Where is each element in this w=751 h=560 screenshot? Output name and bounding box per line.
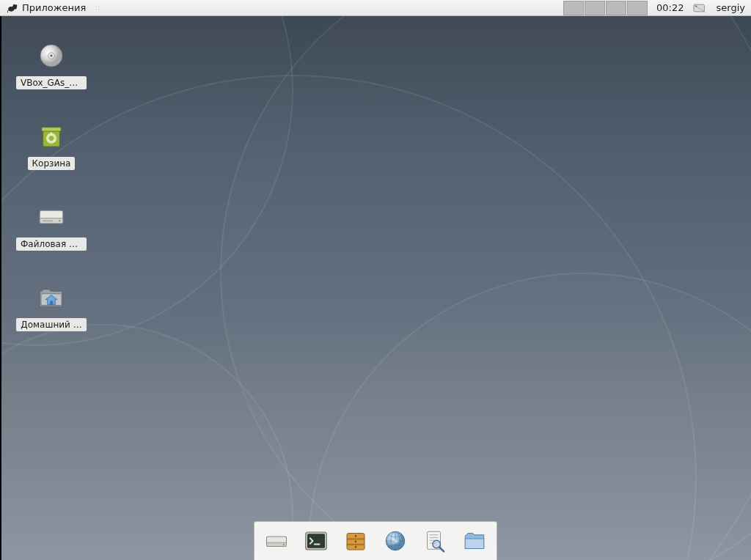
- desktop-icon-home[interactable]: Домашний …: [15, 280, 88, 331]
- desktop-icon-cdrom[interactable]: VBox_GAs_6…: [15, 38, 88, 89]
- folder-icon: [461, 528, 488, 554]
- svg-rect-16: [50, 301, 53, 304]
- dock-home-folder[interactable]: [460, 526, 489, 556]
- cdrom-icon: [34, 38, 69, 73]
- applications-menu-label: Приложения: [22, 2, 86, 13]
- svg-point-28: [355, 546, 356, 548]
- dock-show-desktop[interactable]: [262, 526, 291, 556]
- show-desktop-icon: [263, 528, 290, 554]
- workspace-1[interactable]: [563, 1, 584, 15]
- svg-rect-14: [43, 220, 53, 221]
- dock-terminal[interactable]: [301, 526, 331, 556]
- clock[interactable]: 00:22: [652, 2, 688, 13]
- bottom-dock: [254, 521, 497, 560]
- panel-handle[interactable]: ∷: [93, 4, 100, 12]
- desktop[interactable]: VBox_GAs_6… Корзина: [0, 16, 751, 560]
- terminal-icon: [303, 528, 329, 554]
- svg-rect-25: [347, 544, 364, 545]
- dock-web-browser[interactable]: [381, 526, 410, 556]
- workspace-4[interactable]: [627, 1, 648, 15]
- app-finder-icon: [422, 528, 448, 554]
- drive-icon: [34, 199, 69, 235]
- home-folder-icon: [34, 280, 69, 315]
- applications-menu-button[interactable]: Приложения: [3, 0, 90, 15]
- svg-point-27: [355, 541, 356, 542]
- workspace-2[interactable]: [585, 1, 605, 15]
- screenshot-tray-icon[interactable]: [692, 1, 708, 15]
- desktop-icon-trash[interactable]: Корзина: [15, 119, 88, 170]
- xfce-mouse-icon: [7, 3, 19, 13]
- svg-rect-21: [307, 534, 325, 548]
- desktop-icon-label: Файловая с…: [16, 237, 87, 251]
- svg-rect-24: [347, 538, 364, 539]
- user-menu[interactable]: sergiy: [711, 2, 751, 13]
- svg-point-8: [50, 54, 52, 56]
- svg-point-3: [15, 4, 18, 7]
- top-panel: Приложения ∷ 00:22 sergiy: [0, 0, 751, 16]
- svg-point-2: [13, 4, 15, 6]
- workspace-switcher[interactable]: [563, 1, 648, 15]
- desktop-icon-label: Домашний …: [16, 318, 86, 331]
- file-manager-icon: [342, 528, 369, 554]
- workspace-3[interactable]: [606, 1, 626, 15]
- svg-rect-10: [42, 128, 61, 131]
- desktop-icon-label: Корзина: [28, 157, 76, 170]
- globe-icon: [382, 528, 409, 554]
- desktop-icon-label: VBox_GAs_6…: [16, 76, 87, 89]
- trash-icon: [34, 119, 69, 154]
- dock-app-finder[interactable]: [420, 526, 450, 556]
- svg-point-19: [283, 544, 285, 545]
- dock-file-manager[interactable]: [341, 526, 370, 556]
- svg-point-26: [355, 535, 356, 537]
- svg-point-5: [695, 5, 697, 7]
- svg-point-13: [59, 220, 60, 221]
- desktop-icon-filesystem[interactable]: Файловая с…: [15, 199, 88, 251]
